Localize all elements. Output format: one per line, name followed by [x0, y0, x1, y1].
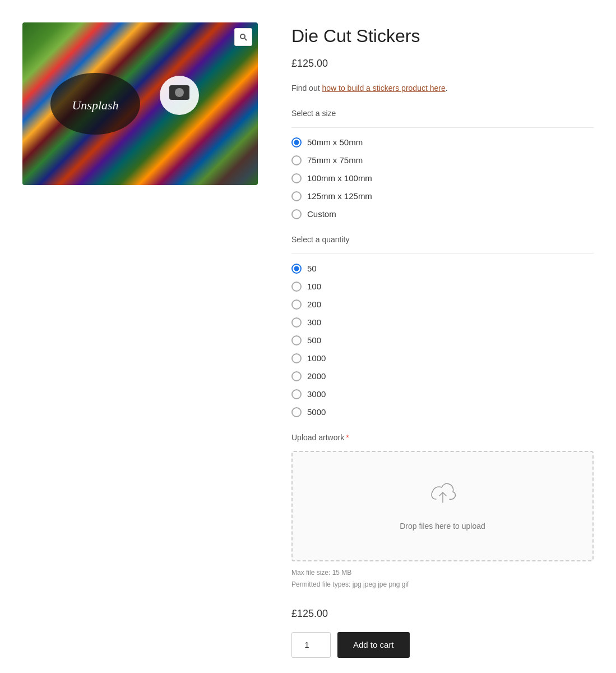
qty-option-1000[interactable]: 1000 [291, 352, 594, 365]
upload-permitted-types: Permitted file types: jpg jpeg jpe png g… [291, 579, 594, 590]
product-image [22, 22, 258, 185]
add-to-cart-row: Add to cart [291, 632, 594, 658]
product-price-top: £125.00 [291, 56, 594, 72]
upload-cloud-icon [428, 480, 457, 513]
qty-option-500[interactable]: 500 [291, 334, 594, 347]
size-option-custom[interactable]: Custom [291, 208, 594, 221]
upload-required-marker: * [346, 433, 349, 442]
size-section: Select a size 50mm x 50mm 75mm x 75mm 10… [291, 107, 594, 221]
upload-meta: Max file size: 15 MB Permitted file type… [291, 567, 594, 590]
upload-max-size: Max file size: 15 MB [291, 567, 594, 578]
size-option-125mm[interactable]: 125mm x 125mm [291, 190, 594, 203]
quantity-section: Select a quantity 50 100 200 [291, 233, 594, 419]
size-section-label: Select a size [291, 107, 594, 119]
product-description: Find out how to build a stickers product… [291, 82, 594, 94]
product-info-column: Die Cut Stickers £125.00 Find out how to… [291, 22, 594, 658]
quantity-radio-group: 50 100 200 300 [291, 262, 594, 419]
qty-radio-1000[interactable] [291, 353, 302, 363]
size-option-100mm[interactable]: 100mm x 100mm [291, 172, 594, 185]
qty-radio-5000[interactable] [291, 407, 302, 417]
size-label-100mm: 100mm x 100mm [307, 172, 372, 185]
cloud-upload-svg [428, 480, 457, 509]
qty-label-50: 50 [307, 262, 317, 275]
add-to-cart-button[interactable]: Add to cart [337, 632, 410, 658]
product-image-overlay [22, 22, 258, 185]
qty-radio-300[interactable] [291, 317, 302, 328]
size-radio-50mm[interactable] [291, 137, 302, 147]
quantity-divider [291, 253, 594, 254]
qty-label-200: 200 [307, 298, 321, 311]
qty-option-200[interactable]: 200 [291, 298, 594, 311]
upload-label-text: Upload artwork [291, 433, 344, 442]
size-radio-125mm[interactable] [291, 191, 302, 201]
qty-label-5000: 5000 [307, 405, 326, 419]
size-radio-group: 50mm x 50mm 75mm x 75mm 100mm x 100mm 12… [291, 136, 594, 221]
upload-label: Upload artwork* [291, 431, 594, 444]
svg-line-1 [245, 39, 247, 41]
product-price-footer: £125.00 [291, 606, 594, 622]
size-divider [291, 127, 594, 128]
size-option-75mm[interactable]: 75mm x 75mm [291, 154, 594, 167]
qty-label-3000: 3000 [307, 388, 326, 401]
zoom-icon [239, 33, 247, 41]
quantity-section-label: Select a quantity [291, 233, 594, 246]
size-option-50mm[interactable]: 50mm x 50mm [291, 136, 594, 149]
qty-radio-3000[interactable] [291, 389, 302, 399]
description-suffix: . [446, 84, 448, 93]
svg-point-0 [240, 34, 245, 39]
zoom-button[interactable] [234, 28, 252, 46]
qty-radio-50[interactable] [291, 264, 302, 274]
qty-label-100: 100 [307, 280, 321, 293]
cart-quantity-input[interactable] [291, 632, 331, 658]
size-label-50mm: 50mm x 50mm [307, 136, 363, 149]
size-radio-custom[interactable] [291, 209, 302, 219]
page-wrapper: Die Cut Stickers £125.00 Find out how to… [0, 0, 616, 673]
upload-dropzone[interactable]: Drop files here to upload [291, 451, 594, 561]
upload-section: Upload artwork* Drop files here to uploa… [291, 431, 594, 590]
qty-option-3000[interactable]: 3000 [291, 388, 594, 401]
qty-option-100[interactable]: 100 [291, 280, 594, 293]
size-label-75mm: 75mm x 75mm [307, 154, 363, 167]
qty-radio-500[interactable] [291, 335, 302, 345]
qty-option-5000[interactable]: 5000 [291, 405, 594, 419]
size-radio-75mm[interactable] [291, 155, 302, 165]
description-text: Find out [291, 84, 322, 93]
qty-label-500: 500 [307, 334, 321, 347]
qty-label-2000: 2000 [307, 370, 326, 383]
qty-radio-100[interactable] [291, 282, 302, 292]
size-radio-100mm[interactable] [291, 173, 302, 183]
qty-label-1000: 1000 [307, 352, 326, 365]
size-label-custom: Custom [307, 208, 336, 221]
product-image-column [22, 22, 258, 185]
qty-option-2000[interactable]: 2000 [291, 370, 594, 383]
qty-label-300: 300 [307, 316, 321, 329]
qty-option-300[interactable]: 300 [291, 316, 594, 329]
qty-radio-200[interactable] [291, 299, 302, 310]
size-label-125mm: 125mm x 125mm [307, 190, 372, 203]
description-link[interactable]: how to build a stickers product here [322, 84, 445, 93]
qty-option-50[interactable]: 50 [291, 262, 594, 275]
upload-dropzone-text: Drop files here to upload [400, 520, 485, 532]
product-title: Die Cut Stickers [291, 25, 594, 47]
product-layout: Die Cut Stickers £125.00 Find out how to… [22, 22, 594, 658]
qty-radio-2000[interactable] [291, 371, 302, 381]
